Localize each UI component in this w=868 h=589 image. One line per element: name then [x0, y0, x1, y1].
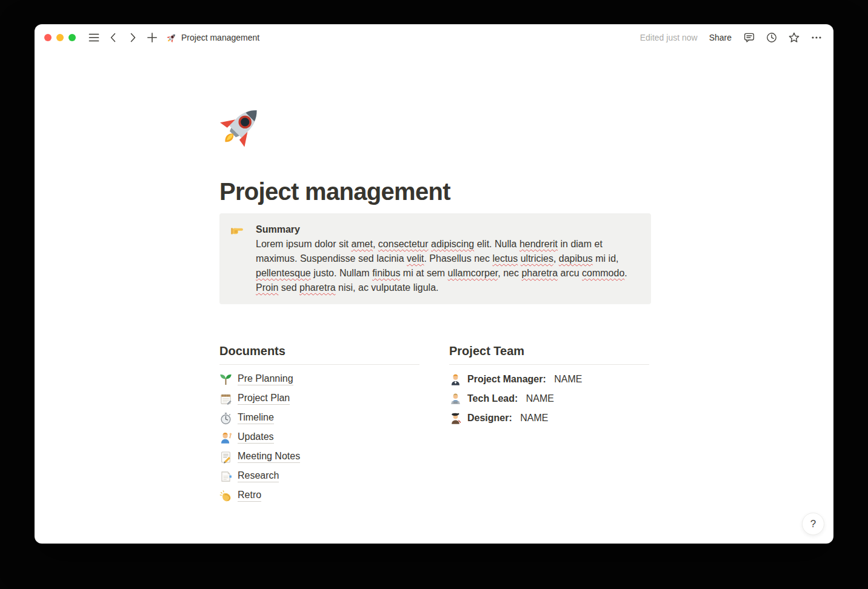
- callout-text-segment: Proin: [256, 282, 278, 293]
- team-role-label: Project Manager:: [467, 374, 546, 385]
- document-link[interactable]: Retro: [219, 488, 419, 503]
- document-link[interactable]: Pre Planning: [219, 372, 419, 387]
- documents-heading: Documents: [219, 343, 419, 365]
- document-link-label[interactable]: Pre Planning: [238, 373, 293, 385]
- help-button[interactable]: ?: [802, 513, 824, 535]
- traffic-lights: [44, 34, 76, 41]
- document-link[interactable]: Research: [219, 469, 419, 484]
- bookmark-tabs-icon: [219, 470, 232, 483]
- document-link-label[interactable]: Timeline: [238, 412, 274, 424]
- callout-text-segment: justo. Nullam: [311, 268, 372, 278]
- document-link-label[interactable]: Project Plan: [238, 393, 290, 405]
- callout-text-segment: elit. Nulla: [474, 239, 519, 249]
- clapping-hands-icon: [219, 490, 232, 502]
- callout-text-segment: pharetra: [299, 282, 336, 293]
- more-button[interactable]: [810, 32, 823, 44]
- document-link[interactable]: Updates: [219, 430, 419, 445]
- menu-icon: [88, 32, 100, 44]
- plus-icon: [146, 32, 158, 44]
- callout-text-segment: hendrerit: [519, 239, 558, 249]
- chevron-left-button[interactable]: [107, 32, 119, 44]
- close-button[interactable]: [44, 34, 52, 41]
- man-technologist-icon: [449, 393, 462, 405]
- team-member-row: Tech Lead: NAME: [449, 391, 649, 406]
- team-role-label: Tech Lead:: [467, 393, 518, 404]
- team-member-name: NAME: [518, 413, 549, 424]
- stopwatch-icon: [219, 412, 232, 425]
- callout-text-segment: Lorem ipsum dolor sit: [256, 239, 351, 249]
- callout-text-segment: finibus: [372, 268, 400, 278]
- callout-text-segment: dapibus: [559, 253, 593, 264]
- callout-heading: Summary: [256, 222, 638, 237]
- callout-text-segment: . Phasellus nec: [424, 253, 492, 264]
- document-link-label[interactable]: Meeting Notes: [238, 451, 300, 463]
- history-button[interactable]: [766, 32, 778, 44]
- rocket-icon: [219, 103, 265, 149]
- document-link[interactable]: Timeline: [219, 411, 419, 425]
- zoom-button[interactable]: [68, 34, 76, 41]
- comment-icon: [743, 32, 755, 44]
- seedling-icon: [219, 373, 232, 386]
- star-button[interactable]: [788, 32, 800, 44]
- notepad-icon: [219, 393, 232, 405]
- callout-text-segment: amet: [351, 239, 373, 249]
- history-icon: [766, 32, 778, 44]
- man-artist-icon: [449, 412, 462, 425]
- callout-text-segment: , nec: [498, 268, 521, 278]
- rocket-icon: [167, 33, 177, 43]
- callout-text-segment: pellentesque: [256, 268, 311, 278]
- plus-button[interactable]: [146, 32, 158, 44]
- clapping-hands-icon: [219, 490, 232, 502]
- woman-raising-hand-icon: [219, 431, 232, 444]
- callout-text-segment: pharetra: [521, 268, 558, 278]
- callout-text-segment: mi at sem: [400, 268, 447, 278]
- callout-text-segment: sed: [278, 282, 299, 293]
- page-icon[interactable]: [219, 103, 265, 149]
- woman-office-worker-icon: [449, 373, 462, 386]
- callout-text-segment: lectus: [492, 253, 518, 264]
- callout-text-segment: mi id,: [593, 253, 619, 264]
- team-member-row: Designer: NAME: [449, 411, 649, 425]
- callout-text-segment: ullamcorper: [448, 268, 498, 278]
- callout-text-segment: .: [624, 268, 627, 278]
- bookmark-tabs-icon: [219, 470, 232, 483]
- woman-raising-hand-icon: [219, 431, 232, 444]
- comment-button[interactable]: [743, 32, 755, 44]
- chevron-right-button[interactable]: [127, 32, 139, 44]
- callout-text-segment: velit: [407, 253, 424, 264]
- titlebar-right: Edited just now Share: [640, 32, 823, 44]
- callout-text-segment: consectetur: [378, 239, 429, 249]
- page-title[interactable]: Project management: [219, 177, 651, 206]
- callout-text-segment: commodo: [582, 268, 624, 278]
- more-icon: [810, 32, 823, 44]
- callout-text-segment: adipiscing: [431, 239, 474, 249]
- two-column-section: Documents Pre PlanningProject PlanTimeli…: [219, 343, 651, 508]
- titlebar-actions: [743, 32, 823, 44]
- chevron-left-icon: [107, 32, 119, 44]
- document-link[interactable]: Meeting Notes: [219, 450, 419, 464]
- document-link-label[interactable]: Research: [238, 470, 279, 482]
- document-link-label[interactable]: Retro: [238, 490, 261, 502]
- breadcrumb[interactable]: Project management: [167, 33, 259, 43]
- memo-icon: [219, 451, 232, 464]
- memo-icon: [219, 451, 232, 464]
- stopwatch-icon: [219, 412, 232, 425]
- star-icon: [788, 32, 800, 44]
- document-link[interactable]: Project Plan: [219, 391, 419, 406]
- documents-list: Pre PlanningProject PlanTimelineUpdatesM…: [219, 372, 419, 503]
- nav-controls: [88, 32, 158, 44]
- callout-body: Summary Lorem ipsum dolor sit amet, cons…: [256, 222, 638, 295]
- pointing-right-icon: [230, 224, 244, 237]
- callout-text-segment: arcu: [558, 268, 582, 278]
- document-link-label[interactable]: Updates: [238, 431, 274, 444]
- team-list: Project Manager: NAMETech Lead: NAMEDesi…: [449, 372, 649, 425]
- page-body: Project management Summary Lorem ipsum d…: [219, 103, 651, 508]
- team-heading: Project Team: [449, 343, 649, 365]
- team-role-label: Designer:: [467, 413, 512, 424]
- minimize-button[interactable]: [56, 34, 64, 41]
- seedling-icon: [219, 373, 232, 386]
- breadcrumb-title: Project management: [181, 33, 259, 42]
- callout-text-segment: ,: [553, 253, 559, 264]
- menu-button[interactable]: [88, 32, 100, 44]
- share-button[interactable]: Share: [709, 33, 732, 42]
